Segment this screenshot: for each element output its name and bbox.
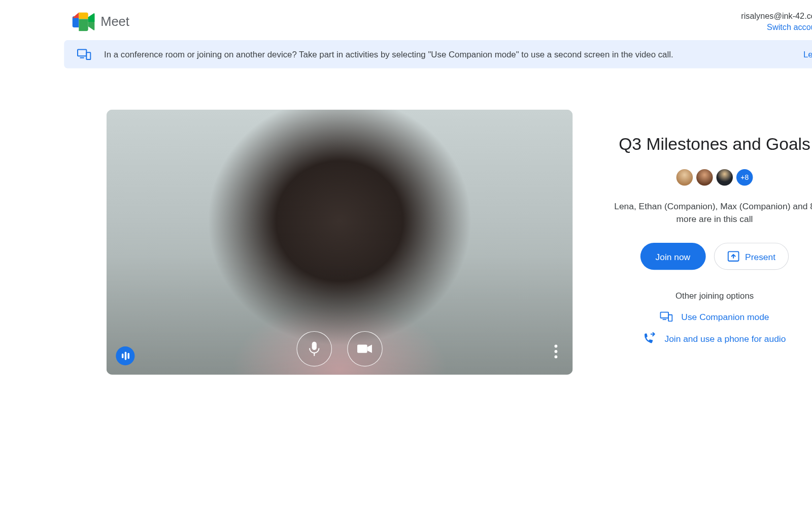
participant-avatars: +8 [676,169,753,185]
account-area: risalynes@ink-42.com Switch account [741,11,812,33]
companion-mode-link[interactable]: Use Companion mode [660,311,769,322]
companion-mode-label: Use Companion mode [681,311,769,322]
camera-icon [357,343,373,354]
microphone-icon [308,341,321,356]
more-options-button[interactable] [551,341,561,362]
participant-overflow-badge: +8 [736,169,753,185]
svg-rect-3 [312,342,317,350]
more-vertical-icon [555,344,558,347]
banner-learn-more-link[interactable]: Learn more [803,49,812,59]
participant-avatar [696,169,713,185]
meet-logo-icon [72,12,94,31]
phone-arrow-icon [644,333,657,344]
svg-rect-2 [86,52,90,59]
preview-controls [296,331,382,367]
banner-text: In a conference room or joining on anoth… [104,49,790,59]
other-options-title: Other joining options [675,291,754,301]
account-email: risalynes@ink-42.com [741,11,812,22]
join-buttons: Join now Present [640,243,789,270]
participants-summary: Lena, Ethan (Companion), Max (Companion)… [608,200,812,225]
svg-rect-9 [669,315,672,322]
present-button[interactable]: Present [714,243,789,270]
svg-rect-5 [357,344,367,353]
join-panel: Q3 Milestones and Goals +8 Lena, Ethan (… [608,110,812,344]
devices-icon [660,311,673,322]
audio-level-indicator [116,346,134,365]
join-now-button[interactable]: Join now [640,243,705,270]
meeting-title: Q3 Milestones and Goals [619,134,810,153]
phone-audio-link[interactable]: Join and use a phone for audio [644,333,786,344]
svg-rect-7 [661,312,669,318]
app-header: Meet risalynes@ink-42.com Switch account [56,0,812,40]
devices-icon [77,48,91,60]
companion-banner: In a conference room or joining on anoth… [64,40,812,69]
page-root: Meet risalynes@ink-42.com Switch account… [56,0,812,511]
svg-rect-0 [78,49,86,56]
switch-account-link[interactable]: Switch account [767,22,812,33]
participant-avatar [676,169,693,185]
toggle-camera-button[interactable] [347,331,383,367]
main-content: Q3 Milestones and Goals +8 Lena, Ethan (… [56,68,812,374]
present-icon [727,251,739,262]
phone-audio-label: Join and use a phone for audio [664,333,786,343]
brand[interactable]: Meet [72,12,129,31]
brand-name: Meet [100,14,129,29]
account-text: risalynes@ink-42.com Switch account [741,11,812,33]
self-video-preview [107,110,573,375]
participant-avatar [717,169,733,185]
toggle-microphone-button[interactable] [296,331,332,367]
present-button-label: Present [745,251,775,262]
